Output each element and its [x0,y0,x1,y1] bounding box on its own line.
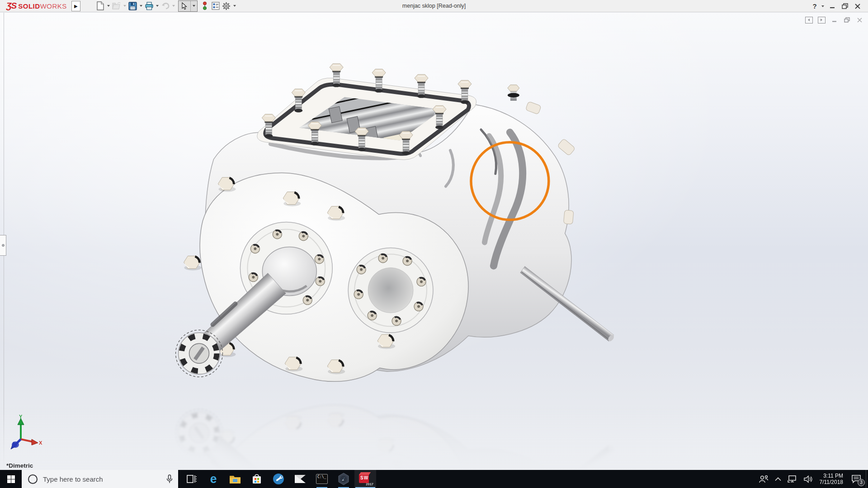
view-orientation-label: *Dimetric [6,462,33,469]
document-window-controls [804,15,864,24]
file-explorer-button[interactable] [224,470,246,488]
taskbar-clock[interactable]: 3:11 PM 7/11/2018 [816,470,847,488]
open-dropdown-arrow[interactable] [122,0,127,11]
start-button[interactable] [0,470,22,488]
file-explorer-icon [229,474,241,484]
system-tray: 3:11 PM 7/11/2018 3 [755,470,868,488]
clock-time: 3:11 PM [820,473,844,479]
minimize-button[interactable] [826,1,838,12]
save-icon [128,2,137,10]
taskbar: e C:\_ [0,470,868,488]
edge-button[interactable]: e [203,470,224,488]
search-input[interactable] [38,475,166,483]
minimize-icon [830,4,835,9]
open-button[interactable] [111,0,122,11]
quick-access-toolbar [95,0,237,12]
mail-icon [294,474,306,483]
command-prompt-icon: C:\_ [316,474,328,484]
store-button[interactable] [246,470,268,488]
undo-icon [161,2,170,9]
document-close-button[interactable] [854,15,864,24]
solidworks-2017-button[interactable]: SW 2017 [354,470,376,488]
save-dropdown-arrow[interactable] [138,0,144,11]
solidworks-2017-icon: SW 2017 [359,473,372,485]
brand-text-light: WORKS [40,2,67,10]
file-properties-button[interactable] [210,0,221,11]
titlebar: ƷS SOLIDWORKS ▶ [0,0,868,12]
select-tool-group [178,0,198,12]
document-minimize-button[interactable] [829,15,839,24]
next-pane-button[interactable] [816,15,826,24]
menu-flyout-button[interactable]: ▶ [71,1,80,11]
close-icon [855,4,860,9]
gearbox-model[interactable] [0,13,868,470]
splitter-dot-icon [2,244,5,247]
admin-tools-button[interactable] [268,470,289,488]
brand-text-bold: SOLID [18,2,40,10]
open-icon [112,2,121,10]
show-desktop-button[interactable] [866,470,868,488]
pane-right-icon [818,17,826,23]
document-restore-button[interactable] [842,15,852,24]
people-icon [759,475,769,483]
graphics-area[interactable]: Y X *Dimetric [0,13,868,470]
undo-button[interactable] [160,0,171,11]
task-view-icon [187,475,197,483]
triad-x-label: X [39,440,42,446]
print-dropdown-arrow[interactable] [155,0,160,11]
save-button[interactable] [127,0,138,11]
clock-date: 7/11/2018 [820,479,844,485]
panel-splitter-tab[interactable] [0,235,6,256]
windows-logo-icon [7,475,15,483]
microphone-icon[interactable] [166,474,173,483]
edge-icon: e [210,473,217,485]
solidworks-logo-mark-icon: ƷS [6,1,16,11]
new-dropdown-arrow[interactable] [106,0,111,11]
compass-app-button[interactable] [333,470,354,488]
reflection-fade [0,407,868,470]
command-prompt-button[interactable]: C:\_ [311,470,333,488]
print-button[interactable] [144,0,155,11]
options-dropdown-arrow[interactable] [232,0,237,11]
task-view-button[interactable] [181,470,203,488]
taskbar-apps: e C:\_ [181,470,376,488]
orientation-triad: Y X [5,413,43,453]
restore-button[interactable] [839,1,851,12]
select-tool-button[interactable] [179,1,190,11]
options-button[interactable] [221,0,232,11]
options-gear-icon [222,2,231,10]
store-icon [251,474,262,484]
help-dropdown-arrow[interactable] [820,1,826,12]
network-button[interactable] [784,470,801,488]
previous-pane-button[interactable] [804,15,814,24]
right-bearing-flange[interactable] [348,248,433,333]
window-controls: ? [810,0,863,12]
volume-button[interactable] [801,470,816,488]
action-center-button[interactable]: 3 [847,470,866,488]
pane-left-icon [805,17,813,23]
close-button[interactable] [852,1,863,12]
new-document-icon [96,1,104,10]
rebuild-traffic-light-icon [202,1,208,10]
undo-dropdown-arrow[interactable] [171,0,176,11]
chevron-up-icon [775,477,781,481]
taskbar-search[interactable] [22,470,178,488]
solidworks-window: ƷS SOLIDWORKS ▶ [0,0,868,488]
document-restore-icon [844,17,850,23]
document-close-icon [857,18,862,23]
select-dropdown-arrow[interactable] [190,1,197,11]
rebuild-button[interactable] [199,0,210,11]
tray-overflow-button[interactable] [772,470,784,488]
restore-icon [842,3,848,9]
select-cursor-icon [181,2,188,10]
mail-button[interactable] [289,470,311,488]
cortana-icon[interactable] [28,474,38,484]
speaker-icon [804,475,813,483]
help-button[interactable]: ? [810,1,819,12]
new-document-button[interactable] [95,0,106,11]
print-icon [145,2,154,10]
people-button[interactable] [755,470,772,488]
wrench-circle-icon [273,473,284,485]
notification-badge: 3 [858,479,865,486]
compass-hexagon-icon [338,473,349,485]
